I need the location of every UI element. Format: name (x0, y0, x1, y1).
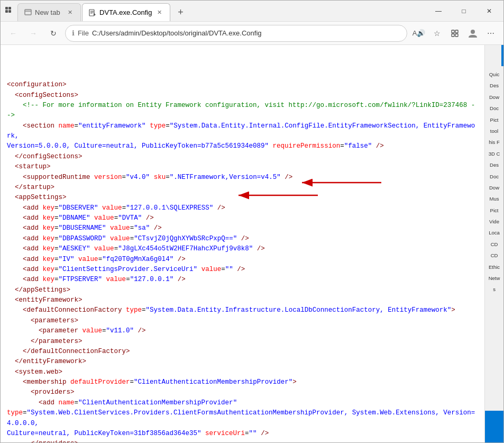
tab-close-newtab[interactable]: ✕ (66, 8, 74, 17)
sidebar-item-documents[interactable]: Doc (489, 103, 500, 113)
svg-rect-1 (8, 7, 11, 10)
window-controls: — □ ✕ (426, 1, 503, 21)
sidebar-item-quick[interactable]: Quic (488, 69, 501, 79)
collections-icon (451, 29, 459, 38)
title-bar: New tab ✕ DVTA.exe.Config ✕ + — (1, 1, 503, 22)
main-content: <configuration> <configSections> <!-- Fo… (1, 45, 503, 442)
read-aloud-button[interactable]: A🔊 (410, 25, 427, 42)
sidebar-item-dow2[interactable]: Dow (488, 183, 500, 193)
sidebar-item-des2[interactable]: Des (489, 160, 500, 170)
collections-button[interactable] (446, 25, 463, 42)
tab-dvta-config[interactable]: DVTA.exe.Config ✕ (82, 3, 170, 21)
svg-point-15 (471, 30, 475, 34)
sidebar-item-s[interactable]: s (492, 284, 497, 294)
profile-button[interactable] (464, 25, 481, 42)
sidebar-item-doc2[interactable]: Doc (489, 171, 500, 182)
minimize-button[interactable]: — (426, 1, 451, 22)
sidebar: Quic Des Dow Doc Pict tool his F 3D C De… (484, 45, 503, 442)
tab-favicon-newtab (24, 9, 32, 16)
nav-bar: ← → ↻ ℹ File C:/Users/admin/Desktop/tool… (1, 22, 503, 45)
sidebar-accent-top (501, 45, 503, 66)
maximize-button[interactable]: □ (452, 1, 476, 22)
address-text: C:/Users/admin/Desktop/tools/original/DV… (92, 29, 262, 37)
refresh-button[interactable]: ↻ (45, 25, 62, 42)
info-icon: ℹ (72, 29, 75, 37)
svg-rect-0 (5, 7, 8, 10)
svg-rect-4 (25, 10, 31, 15)
svg-marker-10 (94, 13, 96, 16)
sidebar-scrollbar[interactable] (485, 411, 503, 442)
tab-title-newtab: New tab (35, 8, 62, 16)
sidebar-item-cd1[interactable]: CD (490, 239, 499, 249)
close-button[interactable]: ✕ (477, 1, 501, 22)
sidebar-item-loca[interactable]: Loca (488, 228, 501, 238)
xml-content: <configuration> <configSections> <!-- Fo… (1, 45, 484, 442)
favorites-button[interactable]: ☆ (428, 25, 445, 42)
sidebar-item-ethic[interactable]: Ethic (488, 262, 501, 272)
xml-scroll-area[interactable]: <configuration> <configSections> <!-- Fo… (1, 45, 484, 442)
svg-rect-2 (5, 10, 8, 13)
address-bar[interactable]: ℹ File C:/Users/admin/Desktop/tools/orig… (65, 25, 407, 42)
svg-rect-12 (455, 30, 458, 33)
tab-favicon-config (89, 9, 96, 16)
tabs-area: New tab ✕ DVTA.exe.Config ✕ + (17, 1, 426, 21)
svg-rect-13 (452, 34, 454, 37)
settings-button[interactable]: ⋯ (482, 25, 499, 42)
back-button[interactable]: ← (5, 25, 22, 42)
svg-rect-3 (8, 10, 11, 13)
profile-icon (468, 28, 478, 39)
svg-rect-6 (89, 10, 94, 16)
sidebar-item-vide[interactable]: Vide (488, 216, 500, 227)
sidebar-item-his[interactable]: his F (488, 137, 501, 147)
tab-close-config[interactable]: ✕ (155, 8, 163, 17)
xml-wrapper: <configuration> <configSections> <!-- Fo… (1, 45, 484, 442)
new-tab-button[interactable]: + (171, 3, 189, 21)
sidebar-item-3d[interactable]: 3D C (488, 149, 501, 159)
sidebar-item-desktop[interactable]: Des (489, 80, 500, 91)
title-bar-left (1, 1, 17, 21)
tab-new-tab[interactable]: New tab ✕ (17, 3, 81, 21)
tab-title-config: DVTA.exe.Config (99, 8, 152, 16)
sidebar-item-tools[interactable]: tool (489, 126, 499, 136)
sidebar-item-pict2[interactable]: Pict (489, 205, 500, 215)
sidebar-item-pictures[interactable]: Pict (489, 115, 500, 125)
forward-button[interactable]: → (25, 25, 42, 42)
sidebar-item-downloads[interactable]: Dow (488, 92, 500, 102)
browser-icon (5, 6, 14, 16)
nav-right-buttons: A🔊 ☆ ⋯ (410, 25, 499, 42)
sidebar-item-netw[interactable]: Netw (488, 273, 501, 283)
sidebar-item-mus[interactable]: Mus (489, 194, 500, 204)
xml-text: <configuration> <configSections> <!-- Fo… (7, 81, 475, 442)
svg-rect-14 (455, 34, 458, 37)
browser-window: New tab ✕ DVTA.exe.Config ✕ + — (0, 0, 504, 443)
svg-rect-11 (452, 30, 454, 33)
file-label: File (78, 29, 89, 37)
sidebar-item-cd2[interactable]: CD (490, 250, 499, 260)
